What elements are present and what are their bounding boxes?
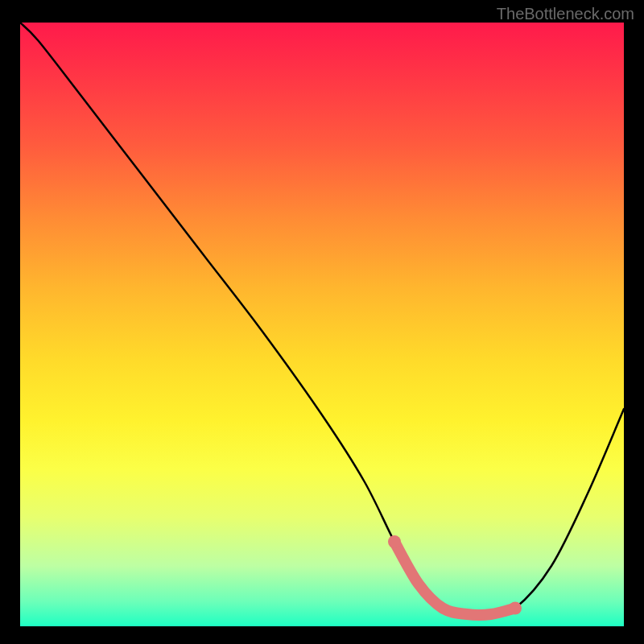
chart-frame: [20, 23, 624, 626]
highlight-segment: [394, 542, 515, 615]
chart-svg: [20, 23, 624, 626]
bottleneck-curve-path: [20, 23, 624, 615]
watermark-text: TheBottleneck.com: [497, 5, 634, 23]
highlight-dot-start: [388, 535, 401, 548]
highlight-dot-end: [509, 602, 522, 615]
